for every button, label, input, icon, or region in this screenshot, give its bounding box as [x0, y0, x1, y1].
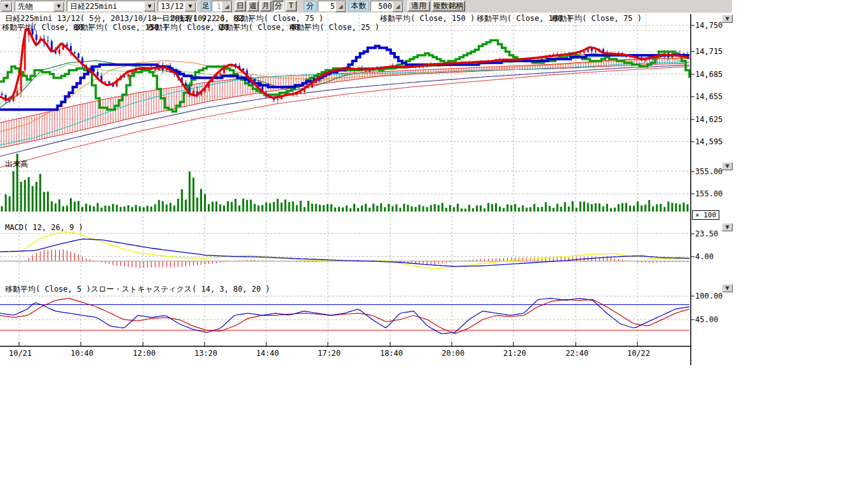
- volume-bar: [587, 203, 589, 212]
- volume-bar: [131, 207, 133, 212]
- volume-bar: [468, 205, 470, 212]
- spinner-icon[interactable]: ◢: [393, 1, 403, 12]
- volume-bar: [522, 205, 524, 212]
- spinner-icon[interactable]: ◢: [336, 1, 346, 12]
- volume-bar: [410, 207, 412, 212]
- volume-bar: [365, 204, 367, 212]
- volume-bar: [104, 206, 106, 212]
- volume-bar: [261, 205, 263, 212]
- volume-bar: [529, 207, 531, 212]
- contract-select-value: 13/12: [161, 2, 184, 11]
- candle-body: [104, 81, 106, 82]
- volume-bar: [526, 208, 527, 212]
- toolbar: ▼ 先物 ▼ 日経225mini ▼ 13/12 ▼ 足 1 ◢ 日 週 月 分…: [0, 0, 732, 13]
- candle-body: [9, 101, 11, 102]
- volume-bar: [637, 201, 639, 212]
- volume-bar: [675, 203, 677, 212]
- candle-body: [36, 34, 37, 40]
- symbol-select[interactable]: 日経225mini ▼: [67, 1, 156, 11]
- volume-bar: [537, 207, 539, 212]
- chevron-down-icon[interactable]: ▼: [185, 2, 196, 11]
- volume-bar: [599, 203, 600, 212]
- price-tick-label: 14,625: [695, 116, 722, 123]
- volume-bar: [55, 203, 57, 212]
- volume-bar: [189, 172, 191, 212]
- volume-bar: [648, 200, 650, 212]
- volume-bar: [679, 204, 681, 212]
- chevron-down-icon[interactable]: ▼: [1, 2, 12, 11]
- volume-bar: [212, 201, 214, 212]
- period-month-button[interactable]: 月: [260, 1, 271, 11]
- volume-bar: [602, 207, 604, 212]
- chart-application-window: { "icons":{"dropdown":"▼","spinner":"◢"}…: [0, 0, 868, 488]
- chevron-down-icon[interactable]: ▼: [53, 2, 64, 11]
- volume-bar: [514, 204, 516, 212]
- volume-bar: [419, 205, 421, 212]
- legend-ma25: 移動平均( Close, 25 ): [289, 24, 379, 31]
- volume-pane-collapse-button[interactable]: ▼: [722, 162, 733, 170]
- volume-bar: [28, 177, 30, 212]
- period-minute-button[interactable]: 分: [273, 1, 284, 11]
- volume-bar: [564, 202, 566, 212]
- macd-pane-collapse-button[interactable]: ▼: [722, 223, 733, 231]
- volume-bar: [610, 208, 612, 212]
- volume-bar: [487, 203, 489, 212]
- mini-combobox[interactable]: ▼: [1, 1, 13, 11]
- stoch-pane-collapse-button[interactable]: ▼: [722, 284, 733, 292]
- volume-bar: [334, 207, 336, 212]
- volume-bar: [93, 207, 95, 212]
- minute-stepper[interactable]: 5 ◢: [318, 1, 346, 11]
- volume-bar: [591, 204, 593, 212]
- volume-bar: [595, 203, 597, 212]
- price-tick-label: 14,655: [695, 93, 722, 100]
- time-axis-label: 10/21: [5, 349, 36, 357]
- volume-bar: [257, 205, 259, 212]
- volume-bar: [204, 194, 206, 212]
- candle-body: [595, 51, 597, 51]
- volume-bar: [606, 204, 608, 212]
- volume-bar: [553, 208, 555, 212]
- spinner-icon[interactable]: ◢: [222, 1, 232, 12]
- volume-bar: [449, 205, 451, 212]
- price-tick-label: 14,685: [695, 71, 722, 78]
- volume-bar: [583, 201, 585, 212]
- period-tick-button[interactable]: T: [285, 1, 297, 11]
- period-day-button[interactable]: 日: [234, 1, 246, 11]
- legend-ma150: 移動平均( Close, 150 ): [380, 15, 475, 22]
- volume-bar: [281, 203, 283, 212]
- volume-bar: [423, 207, 424, 212]
- volume-bar: [541, 207, 543, 212]
- apply-button[interactable]: 適用: [407, 1, 430, 11]
- volume-bar: [457, 203, 459, 212]
- bars-stepper[interactable]: 500 ◢: [370, 1, 403, 11]
- volume-bar: [296, 205, 298, 212]
- volume-bar: [533, 204, 535, 212]
- volume-bar: [671, 203, 673, 212]
- chevron-down-icon[interactable]: ▼: [144, 2, 155, 11]
- volume-bar: [269, 203, 271, 212]
- volume-bar: [484, 208, 485, 212]
- interval-value: 1: [217, 2, 221, 11]
- macd-signal-line: [0, 239, 689, 266]
- stoch-tick-label: 45.00: [695, 316, 718, 323]
- multi-symbol-button[interactable]: 複数銘柄: [431, 1, 465, 11]
- volume-bar: [349, 208, 351, 212]
- market-select[interactable]: 先物 ▼: [15, 1, 65, 11]
- period-week-button[interactable]: 週: [247, 1, 259, 11]
- volume-bar: [277, 199, 279, 212]
- time-axis-label: 13:20: [191, 349, 221, 357]
- legend-ma75b: 移動平均( Close, 75 ): [552, 15, 642, 22]
- price-pane-collapse-button[interactable]: ▼: [722, 15, 733, 23]
- contract-select[interactable]: 13/12 ▼: [158, 1, 197, 11]
- volume-bar: [139, 207, 141, 212]
- volume-bar: [177, 199, 179, 212]
- volume-bar: [323, 205, 325, 212]
- volume-bar: [656, 205, 658, 212]
- candle-body: [131, 72, 133, 74]
- volume-bar: [327, 204, 329, 212]
- interval-stepper[interactable]: 1 ◢: [212, 1, 233, 11]
- volume-bar: [580, 201, 581, 212]
- volume-bar: [196, 198, 198, 212]
- time-axis-label: 21:20: [499, 349, 530, 357]
- macd-tick-label: 4.00: [695, 253, 714, 261]
